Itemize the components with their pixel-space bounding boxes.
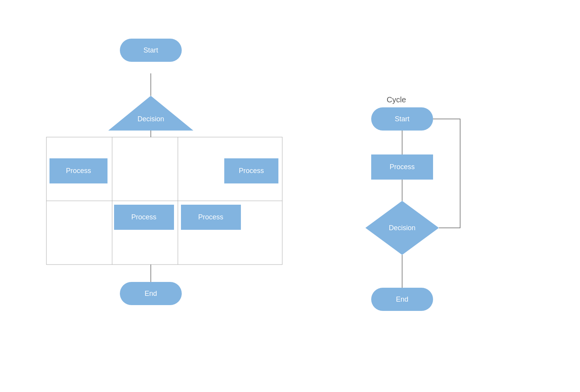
process1-label: Process: [66, 167, 91, 175]
process4-label: Process: [198, 213, 223, 221]
cycle-back-connector: [433, 119, 460, 228]
decision-node: [108, 96, 193, 131]
end-label: End: [145, 290, 157, 297]
cycle-decision-label: Decision: [389, 224, 415, 232]
diagram-container: Start Decision Process Process Process P…: [0, 0, 580, 392]
process2-label: Process: [239, 167, 264, 175]
start-label: Start: [143, 46, 158, 54]
process3-label: Process: [131, 213, 156, 221]
cycle-title: Cycle: [387, 95, 406, 104]
decision-label: Decision: [137, 115, 164, 123]
cycle-end-label: End: [396, 295, 408, 303]
cycle-start-label: Start: [395, 115, 409, 123]
cycle-process-label: Process: [389, 163, 415, 171]
